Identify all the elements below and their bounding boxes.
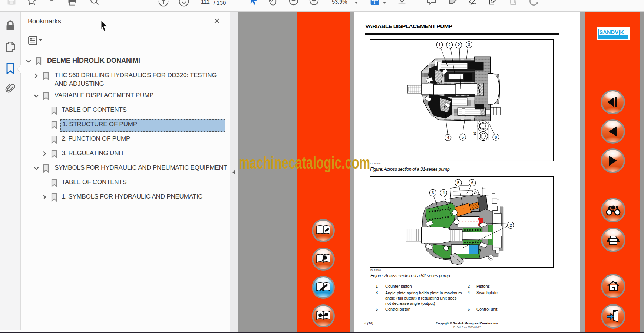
- svg-text:6: 6: [495, 135, 497, 139]
- svg-text:1: 1: [438, 43, 440, 47]
- svg-text:3: 3: [432, 190, 434, 195]
- svg-text:4: 4: [442, 190, 445, 195]
- svg-text:5: 5: [462, 135, 464, 139]
- svg-text:3: 3: [468, 42, 470, 47]
- svg-text:4: 4: [447, 135, 449, 140]
- svg-text:5: 5: [457, 180, 459, 185]
- svg-text:2: 2: [509, 223, 512, 228]
- svg-text:2: 2: [448, 43, 450, 47]
- svg-text:2: 2: [458, 43, 460, 47]
- svg-text:X: X: [473, 131, 476, 136]
- svg-text:6: 6: [471, 180, 473, 185]
